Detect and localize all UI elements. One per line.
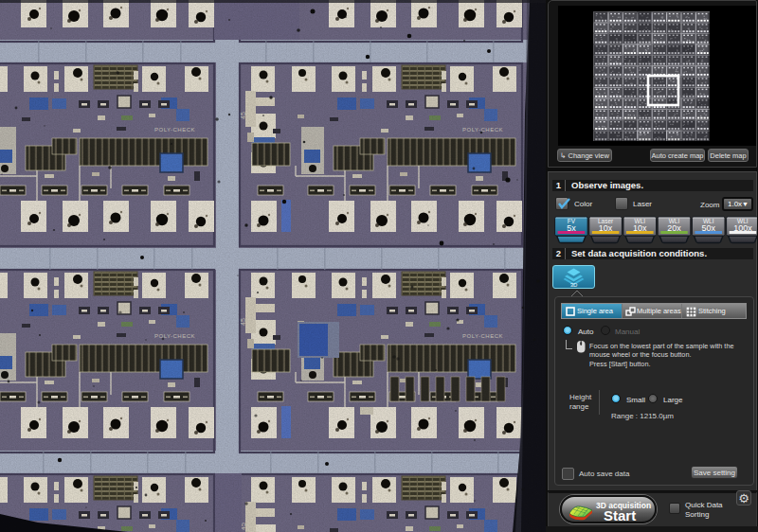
svg-text:10x: 10x: [633, 223, 647, 233]
svg-text:100x: 100x: [733, 223, 752, 233]
svg-text:10x: 10x: [599, 223, 613, 233]
svg-text:50x: 50x: [701, 223, 715, 233]
svg-text:20x: 20x: [667, 223, 681, 233]
svg-text:3D: 3D: [570, 282, 578, 288]
svg-text:5x: 5x: [567, 223, 576, 233]
